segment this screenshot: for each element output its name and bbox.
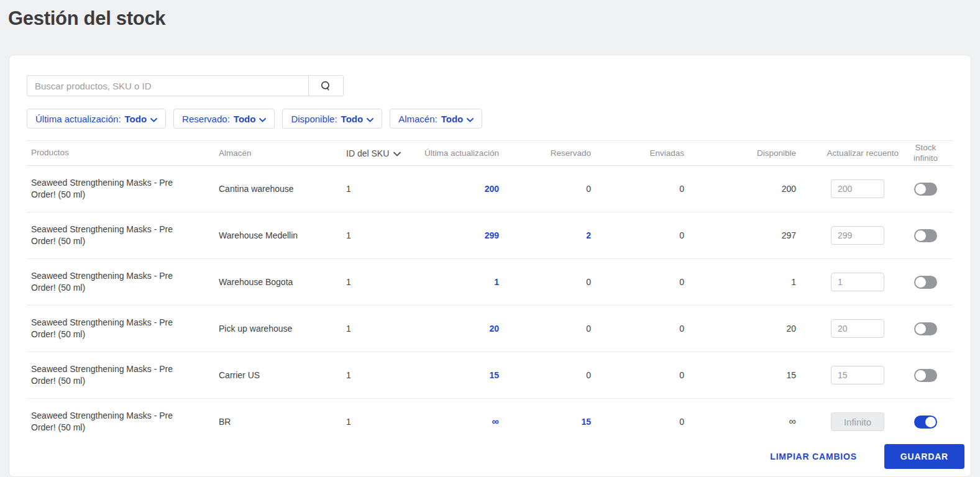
reserved-value: 0	[499, 370, 591, 380]
available-value: 297	[684, 230, 796, 240]
warehouse-name: Warehouse Bogota	[210, 277, 337, 287]
infinite-stock-toggle[interactable]	[914, 276, 937, 289]
sku-id: 1	[337, 277, 406, 287]
filter-value: Todo	[341, 114, 364, 124]
filter-label: Última actualización:	[35, 114, 121, 124]
shipped-value: 0	[591, 324, 684, 334]
table-row: Seaweed Strengthening Masks - Pre Order!…	[27, 352, 953, 399]
table-row: Seaweed Strengthening Masks - Pre Order!…	[27, 166, 953, 212]
infinite-stock-toggle[interactable]	[914, 322, 937, 335]
reserved-link[interactable]: 15	[499, 417, 591, 427]
product-name: Seaweed Strengthening Masks - Pre Order!…	[27, 177, 210, 201]
sku-id: 1	[337, 184, 406, 194]
available-value: 15	[684, 370, 796, 380]
header-warehouse: Almacén	[210, 148, 337, 158]
toggle-knob	[925, 417, 936, 427]
toggle-knob	[915, 184, 926, 194]
infinite-stock-toggle[interactable]	[914, 183, 937, 196]
sku-id: 1	[337, 324, 406, 334]
filter-label: Almacén:	[398, 114, 437, 124]
clear-changes-button[interactable]: LIMPIAR CAMBIOS	[766, 451, 861, 462]
product-name: Seaweed Strengthening Masks - Pre Order!…	[27, 317, 210, 340]
toggle-knob	[915, 277, 926, 288]
filter-label: Disponible:	[291, 114, 337, 124]
update-count-input[interactable]	[831, 179, 884, 198]
search-button[interactable]	[308, 76, 343, 96]
update-count-input[interactable]	[831, 273, 884, 291]
last-update-link[interactable]: ∞	[406, 416, 499, 427]
update-count-input[interactable]	[831, 319, 884, 338]
header-products: Productos	[27, 147, 210, 158]
save-button[interactable]: GUARDAR	[884, 444, 964, 469]
shipped-value: 0	[591, 370, 684, 380]
shipped-value: 0	[591, 277, 684, 287]
header-reserved: Reservado	[499, 148, 591, 158]
header-last-update: Última actualización	[406, 148, 499, 158]
header-sku-id-sort[interactable]: ID del SKU	[337, 148, 406, 158]
warehouse-name: Carrier US	[210, 370, 337, 380]
available-value: 200	[684, 184, 796, 194]
header-shipped: Enviadas	[591, 148, 684, 158]
table-row: Seaweed Strengthening Masks - Pre Order!…	[27, 212, 953, 259]
filter-bar: Última actualización: Todo Reservado: To…	[27, 109, 953, 129]
filter-last-update[interactable]: Última actualización: Todo	[27, 109, 166, 129]
infinite-stock-toggle[interactable]	[914, 416, 937, 429]
infinite-stock-toggle[interactable]	[914, 229, 937, 242]
filter-available[interactable]: Disponible: Todo	[282, 109, 382, 129]
filter-value: Todo	[441, 114, 464, 124]
product-name: Seaweed Strengthening Masks - Pre Order!…	[27, 270, 210, 294]
page-title: Gestión del stock	[8, 7, 165, 30]
toggle-knob	[915, 230, 926, 241]
chevron-down-icon	[259, 114, 266, 124]
available-value: ∞	[684, 416, 796, 427]
product-name: Seaweed Strengthening Masks - Pre Order!…	[27, 224, 210, 247]
search-input[interactable]	[27, 76, 308, 96]
chevron-down-icon	[150, 114, 157, 124]
header-sku-id-label: ID del SKU	[346, 148, 389, 158]
last-update-link[interactable]: 20	[406, 324, 499, 334]
available-value: 1	[684, 277, 796, 287]
warehouse-name: Warehouse Medellin	[210, 230, 337, 240]
stock-management-card: Última actualización: Todo Reservado: To…	[9, 55, 971, 477]
shipped-value: 0	[591, 417, 684, 427]
update-count-input[interactable]	[831, 366, 884, 384]
search-bar	[27, 75, 344, 96]
table-header-row: Productos Almacén ID del SKU Última actu…	[27, 140, 953, 166]
last-update-link[interactable]: 299	[406, 230, 499, 240]
stock-table: Productos Almacén ID del SKU Última actu…	[27, 140, 953, 438]
reserved-link[interactable]: 2	[499, 230, 591, 240]
available-value: 20	[684, 324, 796, 334]
shipped-value: 0	[591, 230, 684, 240]
chevron-down-icon	[367, 114, 373, 124]
last-update-link[interactable]: 200	[406, 184, 499, 194]
shipped-value: 0	[591, 184, 684, 194]
table-body: Seaweed Strengthening Masks - Pre Order!…	[27, 166, 953, 438]
sku-id: 1	[337, 370, 406, 380]
filter-reserved[interactable]: Reservado: Todo	[173, 109, 275, 129]
product-name: Seaweed Strengthening Masks - Pre Order!…	[27, 363, 210, 387]
warehouse-name: Pick up warehouse	[210, 324, 337, 334]
toggle-knob	[915, 370, 926, 381]
last-update-link[interactable]: 15	[406, 370, 499, 380]
warehouse-name: Cantina warehouse	[210, 184, 337, 194]
infinite-stock-toggle[interactable]	[914, 369, 937, 382]
filter-value: Todo	[125, 114, 147, 124]
table-row: Seaweed Strengthening Masks - Pre Order!…	[27, 259, 953, 306]
update-count-input[interactable]	[831, 226, 884, 245]
reserved-value: 0	[499, 184, 591, 194]
filter-value: Todo	[234, 114, 256, 124]
filter-label: Reservado:	[182, 114, 230, 124]
table-row: Seaweed Strengthening Masks - Pre Order!…	[27, 306, 953, 352]
reserved-value: 0	[499, 324, 591, 334]
sku-id: 1	[337, 417, 406, 427]
filter-warehouse[interactable]: Almacén: Todo	[390, 109, 482, 129]
update-count-input	[831, 412, 884, 431]
product-name: Seaweed Strengthening Masks - Pre Order!…	[27, 410, 210, 434]
toggle-knob	[915, 324, 926, 334]
last-update-link[interactable]: 1	[406, 277, 499, 287]
footer-actions: LIMPIAR CAMBIOS GUARDAR	[766, 444, 964, 469]
chevron-down-icon	[393, 148, 401, 158]
search-icon	[320, 80, 332, 92]
header-update-count: Actualizar recuento	[796, 148, 899, 158]
header-available: Disponible	[684, 148, 796, 158]
